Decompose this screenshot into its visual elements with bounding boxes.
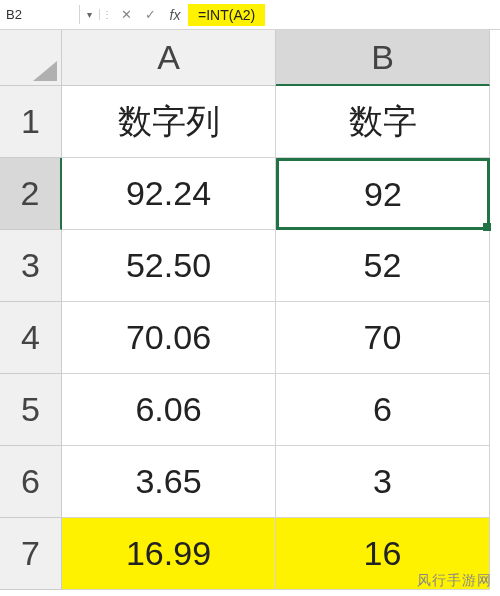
select-all-corner[interactable] — [0, 30, 62, 86]
cell-b5[interactable]: 6 — [276, 374, 490, 446]
confirm-icon[interactable]: ✓ — [138, 7, 162, 22]
cell-b2[interactable]: 92 — [276, 158, 490, 230]
cell-a6[interactable]: 3.65 — [62, 446, 276, 518]
row-header-3[interactable]: 3 — [0, 230, 62, 302]
row-header-6[interactable]: 6 — [0, 446, 62, 518]
cell-a5[interactable]: 6.06 — [62, 374, 276, 446]
cell-a7[interactable]: 16.99 — [62, 518, 276, 590]
cell-a4[interactable]: 70.06 — [62, 302, 276, 374]
cell-b3[interactable]: 52 — [276, 230, 490, 302]
cell-a1[interactable]: 数字列 — [62, 86, 276, 158]
fx-icon[interactable]: fx — [162, 7, 188, 23]
cell-b4[interactable]: 70 — [276, 302, 490, 374]
row-header-4[interactable]: 4 — [0, 302, 62, 374]
cell-b1[interactable]: 数字 — [276, 86, 490, 158]
name-box-dropdown[interactable]: ▾ — [80, 9, 100, 20]
row-header-2[interactable]: 2 — [0, 158, 62, 230]
cell-b6[interactable]: 3 — [276, 446, 490, 518]
cell-a3[interactable]: 52.50 — [62, 230, 276, 302]
formula-bar: B2 ▾ ⋮ ✕ ✓ fx =INT(A2) — [0, 0, 500, 30]
row-header-5[interactable]: 5 — [0, 374, 62, 446]
formula-input[interactable]: =INT(A2) — [188, 4, 265, 26]
cancel-icon[interactable]: ✕ — [114, 7, 138, 22]
spreadsheet-grid: A B 1 数字列 数字 2 92.24 92 3 52.50 52 4 70.… — [0, 30, 500, 590]
watermark: 风行手游网 — [417, 572, 492, 590]
cell-a2[interactable]: 92.24 — [62, 158, 276, 230]
row-header-7[interactable]: 7 — [0, 518, 62, 590]
separator-icon: ⋮ — [100, 9, 114, 20]
row-header-1[interactable]: 1 — [0, 86, 62, 158]
col-header-b[interactable]: B — [276, 30, 490, 86]
name-box[interactable]: B2 — [0, 5, 80, 24]
col-header-a[interactable]: A — [62, 30, 276, 86]
